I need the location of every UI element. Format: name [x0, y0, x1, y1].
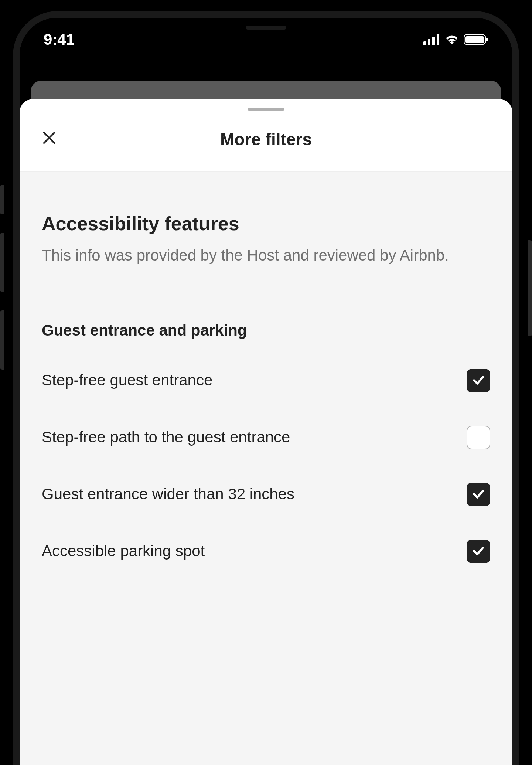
power-button	[528, 240, 532, 336]
modal-header: More filters	[20, 111, 512, 172]
checkbox-wider-entrance[interactable]	[467, 483, 490, 506]
close-icon	[42, 129, 57, 149]
side-buttons-left	[0, 185, 4, 388]
svg-rect-5	[466, 36, 484, 43]
check-icon	[471, 373, 486, 389]
filter-label: Step-free path to the guest entrance	[42, 427, 308, 448]
checkbox-step-free-path[interactable]	[467, 426, 490, 449]
phone-inner: 9:41	[13, 11, 519, 765]
drag-handle[interactable]	[248, 108, 284, 111]
modal-body[interactable]: Accessibility features This info was pro…	[20, 172, 512, 765]
side-buttons-right	[528, 240, 532, 355]
silent-switch	[0, 185, 4, 214]
filter-row-step-free-entrance: Step-free guest entrance	[42, 369, 490, 392]
volume-down-button	[0, 310, 4, 370]
filter-row-accessible-parking: Accessible parking spot	[42, 540, 490, 563]
cellular-signal-icon	[423, 34, 440, 45]
screen: 9:41	[20, 18, 512, 765]
notch	[200, 18, 332, 38]
filter-row-wider-entrance: Guest entrance wider than 32 inches	[42, 483, 490, 506]
modal-title: More filters	[42, 129, 490, 149]
svg-rect-3	[437, 34, 439, 45]
check-icon	[471, 543, 486, 560]
check-icon	[471, 486, 486, 503]
section-title: Accessibility features	[42, 212, 490, 235]
filter-label: Guest entrance wider than 32 inches	[42, 484, 308, 505]
status-time: 9:41	[44, 31, 75, 48]
battery-icon	[464, 34, 488, 45]
checkbox-accessible-parking[interactable]	[467, 540, 490, 563]
checkbox-step-free-entrance[interactable]	[467, 369, 490, 392]
wifi-icon	[444, 34, 460, 45]
svg-rect-0	[423, 41, 426, 45]
subsection-title: Guest entrance and parking	[42, 322, 490, 339]
status-right	[423, 34, 488, 45]
svg-rect-6	[486, 38, 488, 41]
filter-label: Step-free guest entrance	[42, 370, 308, 391]
svg-rect-2	[432, 37, 435, 45]
more-filters-modal: More filters Accessibility features This…	[20, 99, 512, 765]
volume-up-button	[0, 233, 4, 292]
filter-label: Accessible parking spot	[42, 541, 308, 562]
filter-row-step-free-path: Step-free path to the guest entrance	[42, 426, 490, 449]
phone-frame: 9:41	[0, 0, 532, 765]
section-description: This info was provided by the Host and r…	[42, 245, 490, 266]
close-button[interactable]	[42, 130, 57, 148]
svg-rect-1	[428, 39, 430, 45]
